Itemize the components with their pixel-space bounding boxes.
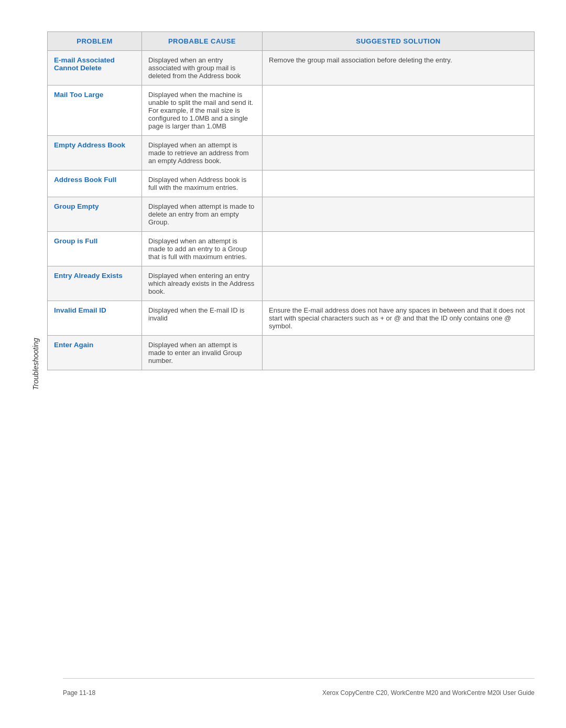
page-footer: Page 11-18 Xerox CopyCentre C20, WorkCen… — [63, 678, 535, 697]
table-header-row: PROBLEM PROBABLE CAUSE SUGGESTED SOLUTIO… — [48, 32, 535, 51]
problem-cell: Enter Again — [48, 336, 142, 370]
solution-cell — [263, 170, 535, 197]
sidebar-label: Troubleshooting — [31, 338, 40, 390]
page-number: Page 11-18 — [63, 689, 95, 697]
page-container: Troubleshooting PROBLEM PROBABLE CAUSE S… — [0, 0, 566, 728]
cause-cell: Displayed when attempt is made to delete… — [142, 197, 263, 232]
solution-cell — [263, 336, 535, 370]
table-row: Group EmptyDisplayed when attempt is mad… — [48, 197, 535, 232]
table-row: Mail Too LargeDisplayed when the machine… — [48, 85, 535, 136]
problem-cell: Invalid Email ID — [48, 301, 142, 336]
cause-cell: Displayed when the E-mail ID is invalid — [142, 301, 263, 336]
problem-cell: E-mail Associated Cannot Delete — [48, 51, 142, 85]
cause-cell: Displayed when an attempt is made to ret… — [142, 136, 263, 170]
problem-cell: Group is Full — [48, 232, 142, 266]
solution-cell — [263, 266, 535, 301]
cause-cell: Displayed when entering an entry which a… — [142, 266, 263, 301]
cause-cell: Displayed when Address book is full with… — [142, 170, 263, 197]
table-row: E-mail Associated Cannot DeleteDisplayed… — [48, 51, 535, 85]
cause-cell: Displayed when an entry associated with … — [142, 51, 263, 85]
main-table: PROBLEM PROBABLE CAUSE SUGGESTED SOLUTIO… — [47, 31, 535, 370]
table-row: Enter AgainDisplayed when an attempt is … — [48, 336, 535, 370]
header-solution: SUGGESTED SOLUTION — [263, 32, 535, 51]
content-area: PROBLEM PROBABLE CAUSE SUGGESTED SOLUTIO… — [47, 21, 535, 697]
cause-cell: Displayed when an attempt is made to ent… — [142, 336, 263, 370]
problem-cell: Empty Address Book — [48, 136, 142, 170]
table-row: Empty Address BookDisplayed when an atte… — [48, 136, 535, 170]
header-cause: PROBABLE CAUSE — [142, 32, 263, 51]
cause-cell: Displayed when an attempt is made to add… — [142, 232, 263, 266]
guide-title: Xerox CopyCentre C20, WorkCentre M20 and… — [322, 689, 535, 697]
table-row: Entry Already ExistsDisplayed when enter… — [48, 266, 535, 301]
problem-cell: Group Empty — [48, 197, 142, 232]
solution-cell: Ensure the E-mail address does not have … — [263, 301, 535, 336]
cause-cell: Displayed when the machine is unable to … — [142, 85, 263, 136]
table-row: Invalid Email IDDisplayed when the E-mai… — [48, 301, 535, 336]
problem-cell: Entry Already Exists — [48, 266, 142, 301]
solution-cell — [263, 85, 535, 136]
solution-cell — [263, 136, 535, 170]
problem-cell: Mail Too Large — [48, 85, 142, 136]
solution-cell — [263, 232, 535, 266]
solution-cell — [263, 197, 535, 232]
table-row: Group is FullDisplayed when an attempt i… — [48, 232, 535, 266]
problem-cell: Address Book Full — [48, 170, 142, 197]
solution-cell: Remove the group mail association before… — [263, 51, 535, 85]
table-row: Address Book FullDisplayed when Address … — [48, 170, 535, 197]
header-problem: PROBLEM — [48, 32, 142, 51]
